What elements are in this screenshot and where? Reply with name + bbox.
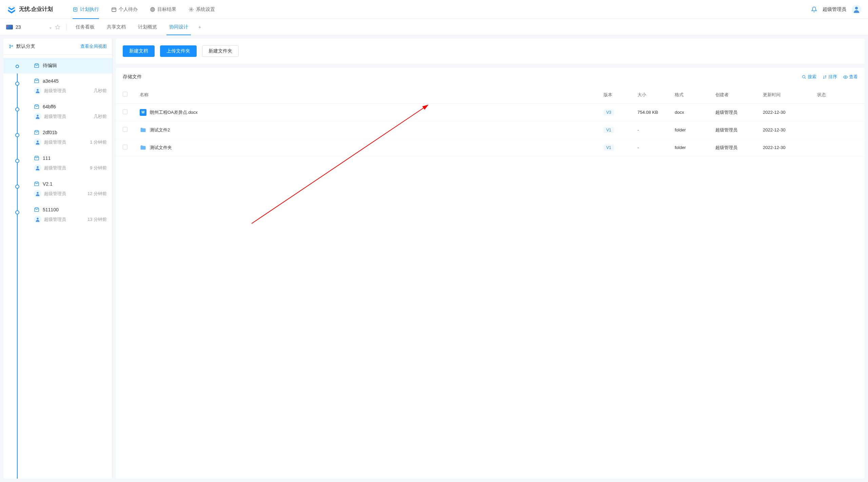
timeline-user: 超级管理员 [44, 88, 66, 94]
file-name: 朗州工程OA差异点.docx [150, 109, 198, 116]
inbox-icon [34, 130, 39, 135]
target-icon [150, 7, 155, 12]
timeline-user: 超级管理员 [44, 139, 66, 145]
timeline-dot [15, 210, 19, 214]
timeline-title: 64bff6 [43, 104, 56, 109]
upload-folder-button[interactable]: 上传文件夹 [160, 45, 197, 57]
timeline-item[interactable]: 511100 超级管理员 13 分钟前 [3, 202, 112, 228]
row-checkbox[interactable] [123, 145, 127, 149]
svg-point-24 [845, 76, 846, 77]
file-updated: 2022-12-30 [763, 145, 817, 150]
tab-plan-overview[interactable]: 计划概览 [132, 19, 163, 35]
table-row[interactable]: W朗州工程OA差异点.docx V3 754.08 KB docx 超级管理员 … [116, 104, 865, 121]
timeline-title: 2df01b [43, 130, 57, 135]
col-size: 大小 [637, 92, 675, 98]
svg-point-10 [191, 9, 192, 10]
timeline-time: 几秒前 [94, 113, 107, 120]
svg-point-18 [37, 141, 38, 142]
svg-point-21 [37, 218, 38, 219]
row-checkbox[interactable] [123, 127, 127, 132]
nav-plan-exec[interactable]: 计划执行 [66, 0, 105, 19]
sort-tool[interactable]: 排序 [823, 74, 837, 80]
timeline: 待编辑 a3e445 超级管理员 几秒前 64bff6 超级管理员 几秒前 [3, 55, 112, 479]
eye-icon [843, 75, 848, 79]
tab-shared-doc[interactable]: 共享文档 [101, 19, 132, 35]
project-selector[interactable]: 23 ⌄ [3, 24, 64, 30]
row-checkbox[interactable] [123, 109, 127, 114]
files-title: 存储文件 [123, 74, 142, 80]
app-header: 无忧.企业计划 计划执行 个人待办 目标结果 系统设置 超级管理员 [0, 0, 868, 19]
header-right: 超级管理员 [811, 5, 861, 14]
bell-icon[interactable] [811, 6, 817, 13]
inbox-icon [34, 155, 39, 161]
sub-bar: 23 ⌄ 任务看板 共享文档 计划概览 协同设计 + [0, 19, 868, 35]
timeline-item[interactable]: 111 超级管理员 9 分钟前 [3, 151, 112, 176]
timeline-title: a3e445 [43, 78, 59, 84]
doc-icon: W [140, 109, 146, 116]
nav-settings[interactable]: 系统设置 [182, 0, 221, 19]
view-tool[interactable]: 查看 [843, 74, 858, 80]
file-format: folder [675, 145, 715, 150]
new-folder-button[interactable]: 新建文件夹 [202, 45, 239, 57]
new-doc-button[interactable]: 新建文档 [123, 45, 155, 57]
star-icon[interactable] [55, 24, 60, 30]
nav-todo[interactable]: 个人待办 [105, 0, 144, 19]
logo[interactable]: 无忧.企业计划 [7, 5, 53, 14]
timeline-time: 13 分钟前 [87, 216, 107, 223]
file-updated: 2022-12-30 [763, 110, 817, 115]
calendar-icon [111, 7, 117, 12]
timeline-item[interactable]: 待编辑 [3, 58, 112, 74]
svg-point-13 [9, 45, 10, 45]
table-row[interactable]: 测试文件夹 V1 - folder 超级管理员 2022-12-30 [116, 139, 865, 156]
gear-icon [189, 7, 194, 12]
timeline-item[interactable]: 2df01b 超级管理员 1 分钟前 [3, 125, 112, 151]
timeline-time: 1 分钟前 [90, 139, 107, 145]
timeline-time: 9 分钟前 [90, 165, 107, 171]
file-size: 754.08 KB [637, 110, 675, 115]
version-tag[interactable]: V1 [604, 145, 614, 151]
actions-card: 新建文档 上传文件夹 新建文件夹 [116, 39, 865, 64]
timeline-user: 超级管理员 [44, 191, 66, 197]
version-tag[interactable]: V3 [604, 109, 614, 116]
content: 新建文档 上传文件夹 新建文件夹 存储文件 搜索 排序 [113, 35, 868, 482]
avatar-icon [34, 216, 41, 223]
avatar-icon [34, 139, 41, 146]
table-row[interactable]: 测试文件2 V1 - folder 超级管理员 2022-12-30 [116, 121, 865, 139]
avatar[interactable] [852, 5, 861, 14]
main-nav: 计划执行 个人待办 目标结果 系统设置 [66, 0, 811, 19]
avatar-icon [34, 87, 41, 95]
timeline-user: 超级管理员 [44, 113, 66, 120]
tab-add[interactable]: + [194, 19, 205, 35]
avatar-icon [34, 113, 41, 120]
svg-line-23 [805, 78, 806, 79]
avatar-icon [34, 190, 41, 197]
search-tool[interactable]: 搜索 [802, 74, 816, 80]
col-status: 状态 [817, 92, 858, 98]
svg-marker-12 [55, 25, 60, 29]
branch-icon [9, 44, 14, 49]
timeline-title: 111 [43, 155, 51, 161]
timeline-dot [15, 185, 19, 189]
timeline-item[interactable]: a3e445 超级管理员 几秒前 [3, 74, 112, 99]
file-creator: 超级管理员 [715, 109, 763, 116]
current-user[interactable]: 超级管理员 [823, 6, 846, 13]
timeline-item[interactable]: 64bff6 超级管理员 几秒前 [3, 99, 112, 125]
tab-collab-design[interactable]: 协同设计 [163, 19, 194, 35]
branch-name: 默认分支 [16, 43, 35, 49]
branch-name-wrap: 默认分支 [9, 43, 35, 49]
timeline-dot [15, 133, 19, 137]
tab-task-board[interactable]: 任务看板 [70, 19, 101, 35]
col-format: 格式 [675, 92, 715, 98]
files-tools: 搜索 排序 查看 [802, 74, 858, 80]
select-all-checkbox[interactable] [123, 92, 127, 97]
timeline-item[interactable]: V2.1 超级管理员 12 分钟前 [3, 176, 112, 202]
timeline-time: 几秒前 [94, 88, 107, 94]
version-tag[interactable]: V1 [604, 127, 614, 133]
global-view-link[interactable]: 查看全局视图 [80, 43, 107, 49]
file-updated: 2022-12-30 [763, 127, 817, 132]
file-table: 名称 版本 大小 格式 创建者 更新时间 状态 W朗州工程OA差异点.docx … [116, 86, 865, 156]
timeline-time: 12 分钟前 [87, 191, 107, 197]
file-size: - [637, 145, 675, 150]
nav-target[interactable]: 目标结果 [144, 0, 182, 19]
svg-point-14 [9, 47, 10, 48]
